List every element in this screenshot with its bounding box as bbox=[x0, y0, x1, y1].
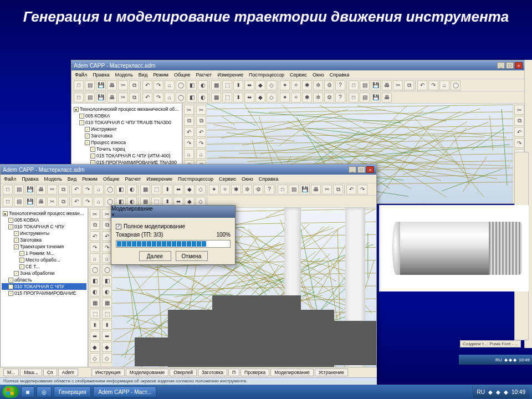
menu-item[interactable]: Вид bbox=[139, 72, 147, 78]
tree-node[interactable]: ·1 Режим: М... bbox=[2, 250, 86, 257]
toolbar-button[interactable]: 🖶 bbox=[382, 93, 392, 103]
toolbar-button[interactable]: ⬍ bbox=[233, 80, 243, 90]
toolbar-button[interactable]: ✲ bbox=[313, 93, 323, 103]
side-toolbar-button[interactable]: ↷ bbox=[196, 138, 206, 148]
toolbar-button[interactable]: ◐ bbox=[198, 80, 208, 90]
toolbar-button[interactable]: ⬚ bbox=[222, 80, 232, 90]
menu-item[interactable]: Общие bbox=[103, 176, 120, 182]
side-toolbar-button[interactable]: ✂ bbox=[184, 105, 194, 115]
tree-node[interactable]: ·область bbox=[2, 277, 86, 283]
toolbar-button[interactable]: 🖶 bbox=[36, 197, 46, 207]
tree-node[interactable]: ·Зона обработки bbox=[2, 270, 86, 277]
tree-node[interactable]: ·010 ТОКАРНАЯ С ЧПУ bbox=[2, 283, 86, 290]
menu-item[interactable]: Окно bbox=[242, 176, 253, 182]
quicklaunch-icon[interactable]: ◙ bbox=[21, 386, 34, 397]
toolbar-button[interactable]: ◧ bbox=[187, 93, 197, 103]
menu-item[interactable]: Сервис bbox=[290, 72, 307, 78]
bottom-tab[interactable]: Проверка bbox=[241, 369, 269, 376]
toolbar-button[interactable]: ↶ bbox=[71, 185, 81, 195]
tray-icon[interactable]: ◆ bbox=[496, 389, 500, 395]
tree-node[interactable]: ·015 ТОКАРНАЯ С ЧПУ (ИТМ-400) bbox=[73, 152, 181, 159]
toolbar-button[interactable]: ✂ bbox=[118, 93, 128, 103]
side-toolbar-button[interactable]: ✂ bbox=[514, 105, 524, 115]
minimize-button[interactable]: _ bbox=[349, 166, 356, 173]
tree-root[interactable]: ▸Технологический процесс механической об… bbox=[73, 106, 181, 112]
toolbar-button[interactable]: □ bbox=[74, 80, 84, 90]
tree-node[interactable]: ·СЕ Т... bbox=[2, 263, 86, 270]
toolbar-button[interactable]: ✂ bbox=[393, 80, 403, 90]
menu-item[interactable]: Файл bbox=[4, 176, 16, 182]
maximize-button[interactable]: □ bbox=[506, 62, 514, 69]
toolbar-button[interactable]: ▤ bbox=[14, 185, 24, 195]
toolbar-button[interactable]: ⬍ bbox=[162, 185, 172, 195]
start-button[interactable] bbox=[2, 386, 19, 398]
side-toolbar-button[interactable]: ⬚ bbox=[102, 309, 112, 319]
tree-node[interactable]: ·Заготовка bbox=[73, 132, 181, 139]
toolbar-button[interactable]: ▦ bbox=[140, 185, 150, 195]
toolbar-button[interactable]: ✲ bbox=[313, 80, 323, 90]
side-toolbar-button[interactable]: ◐ bbox=[102, 287, 112, 296]
toolbar-button[interactable]: ? bbox=[335, 93, 345, 103]
toolbar-button[interactable]: ◇ bbox=[196, 185, 206, 195]
tree-node[interactable]: ·Траектория точения bbox=[2, 243, 86, 250]
toolbar-button[interactable]: ↷ bbox=[154, 80, 163, 90]
toolbar-button[interactable]: ✂ bbox=[322, 185, 332, 195]
side-toolbar-button[interactable]: ⬍ bbox=[102, 320, 112, 330]
toolbar-button[interactable]: ▤ bbox=[85, 80, 95, 90]
toolbar-button[interactable]: □ bbox=[349, 80, 359, 90]
toolbar-row1[interactable]: □▤💾🖶✂⧉↶↷⌂◯◧◐▦⬚⬍⬌◆◇✦✧✱✲⚙?□▤💾🖶✂⧉↶↷ bbox=[1, 183, 376, 196]
bottom-tab[interactable]: Моделирование bbox=[270, 369, 314, 376]
toolbar-button[interactable]: ⚙ bbox=[253, 185, 263, 195]
side-toolbar-button[interactable]: ◧ bbox=[102, 275, 112, 285]
side-toolbar-button[interactable]: ✂ bbox=[196, 105, 206, 115]
bottom-tab[interactable]: П bbox=[228, 369, 239, 376]
menu-item[interactable]: Постпроцессор bbox=[178, 176, 213, 182]
side-toolbar-button[interactable]: ✂ bbox=[90, 209, 100, 219]
bottom-tab[interactable]: Моделирование bbox=[126, 369, 169, 376]
titlebar[interactable]: Adem CAPP - Мастеркласс.adm _ □ × bbox=[1, 165, 376, 175]
side-toolbar-button[interactable]: ◯ bbox=[102, 264, 112, 274]
toolbar-button[interactable]: 🖶 bbox=[107, 93, 117, 103]
toolbar-button[interactable]: ✧ bbox=[291, 93, 301, 103]
titlebar[interactable]: Adem CAPP - Мастеркласс.adm _ □ × bbox=[71, 60, 525, 70]
maximize-button[interactable]: □ bbox=[357, 166, 365, 173]
toolbar-button[interactable]: 💾 bbox=[96, 80, 106, 90]
toolbar-button[interactable]: 💾 bbox=[300, 185, 310, 195]
toolbar-button[interactable]: ◇ bbox=[267, 80, 277, 90]
toolbar-button[interactable]: ↶ bbox=[346, 185, 356, 195]
toolbar-button[interactable]: ▦ bbox=[211, 80, 221, 90]
quicklaunch-icon[interactable]: ◎ bbox=[37, 386, 52, 397]
toolbar-button[interactable]: ◐ bbox=[198, 93, 208, 103]
menu-item[interactable]: Справка bbox=[330, 72, 349, 78]
toolbar-button[interactable]: □ bbox=[278, 185, 288, 195]
toolbar-button[interactable]: 🖶 bbox=[382, 80, 392, 90]
tree-node[interactable]: ·005 КОВКА bbox=[2, 217, 86, 223]
menu-item[interactable]: Правка bbox=[22, 176, 38, 182]
toolbar-button[interactable]: ⌂ bbox=[165, 80, 175, 90]
toolbar-button[interactable]: 💾 bbox=[25, 185, 35, 195]
dialog-titlebar[interactable]: Моделирование × bbox=[111, 206, 235, 218]
toolbar-button[interactable]: ⚙ bbox=[324, 93, 334, 103]
menu-item[interactable]: Постпроцессор bbox=[249, 72, 284, 78]
side-toolbar-button[interactable]: ⬍ bbox=[90, 320, 100, 330]
side-toolbar-button[interactable]: ◇ bbox=[90, 353, 100, 363]
toolbar-button[interactable]: ✦ bbox=[280, 80, 290, 90]
toolbar-button[interactable]: 🖶 bbox=[107, 80, 117, 90]
toolbar-button[interactable]: ◯ bbox=[451, 80, 461, 90]
windows-taskbar[interactable]: ◙ ◎ Генерация Adem CAPP - Маст... RU ◆ ◆… bbox=[0, 385, 532, 399]
toolbar-button[interactable]: □ bbox=[74, 93, 84, 103]
side-toolbar-button[interactable]: ◧ bbox=[90, 275, 100, 285]
bottom-tab[interactable]: М... bbox=[3, 369, 19, 376]
bottom-tab[interactable]: Маш... bbox=[20, 369, 42, 376]
tree-node[interactable]: ·005 КОВКА bbox=[73, 112, 181, 119]
side-toolbar-button[interactable]: ▦ bbox=[102, 298, 112, 308]
minimize-button[interactable]: _ bbox=[497, 62, 505, 69]
toolbar-button[interactable]: ▤ bbox=[360, 80, 370, 90]
tree-node[interactable]: ·Инструменты bbox=[2, 230, 86, 237]
side-toolbar-button[interactable]: ⌂ bbox=[90, 253, 100, 263]
side-toolbar-button[interactable]: ⬌ bbox=[102, 331, 112, 341]
toolbar-button[interactable]: ◯ bbox=[176, 93, 186, 103]
tree-node[interactable]: ·Точить торец bbox=[73, 146, 181, 152]
menu-item[interactable]: Справка bbox=[259, 176, 278, 182]
menu-item[interactable]: Модель bbox=[115, 72, 133, 78]
